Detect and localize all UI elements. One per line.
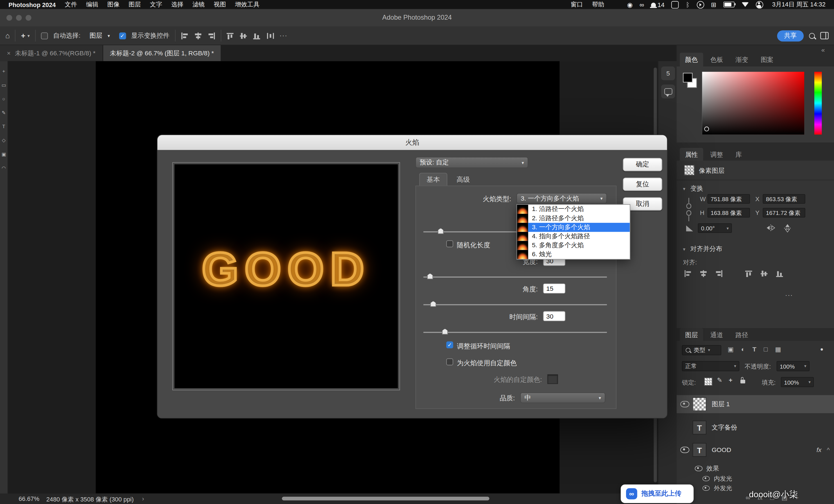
- tab-libraries[interactable]: 库: [730, 148, 747, 162]
- align-bottom-button[interactable]: [253, 32, 261, 39]
- workspace-icon[interactable]: [820, 32, 829, 40]
- align-right-button[interactable]: [207, 32, 215, 39]
- effects-row[interactable]: 效果: [677, 463, 834, 474]
- flame-type-option-4[interactable]: 4. 指向多个火焰路径: [517, 232, 630, 241]
- align-right-button[interactable]: [715, 270, 723, 277]
- height-field[interactable]: 163.88 像素: [707, 208, 750, 217]
- rotation-angle-field[interactable]: 0.00°▾: [698, 223, 732, 233]
- lock-all-icon[interactable]: [741, 380, 745, 384]
- tab-channels[interactable]: 通道: [705, 328, 728, 343]
- layer-filter-type-dropdown[interactable]: 类型 ▾: [682, 345, 721, 355]
- auto-select-checkbox[interactable]: [41, 32, 48, 39]
- align-center-button[interactable]: [194, 32, 202, 39]
- visibility-eye-icon[interactable]: [702, 486, 709, 491]
- tab-paths[interactable]: 路径: [730, 328, 753, 343]
- battery-icon[interactable]: [723, 2, 734, 7]
- shape-tool-icon[interactable]: ◇: [2, 138, 6, 143]
- collapse-panels-icon[interactable]: «: [821, 46, 825, 54]
- flip-vertical-icon[interactable]: [784, 223, 791, 233]
- tab-basic[interactable]: 基本: [419, 173, 447, 187]
- document-tab-1[interactable]: × 未标题-1 @ 66.7%(RGB/8) *: [0, 45, 103, 61]
- collapsed-panel-button-1[interactable]: 5: [661, 67, 675, 80]
- text-layer-thumbnail[interactable]: T: [693, 443, 706, 457]
- close-tab-icon[interactable]: ×: [7, 49, 11, 57]
- flame-type-option-6[interactable]: 6. 烛光: [517, 250, 630, 259]
- upload-button[interactable]: ∞ 拖拽至此上传: [621, 484, 694, 503]
- flame-type-option-3-selected[interactable]: 3. 一个方向多个火焰: [517, 223, 630, 232]
- y-position-field[interactable]: 1671.72 像素: [763, 208, 805, 217]
- menu-edit[interactable]: 编辑: [86, 1, 98, 8]
- preset-dropdown[interactable]: 预设: 自定 ▾: [415, 157, 528, 168]
- flame-type-option-2[interactable]: 2. 沿路径多个火焰: [517, 214, 630, 223]
- share-button[interactable]: 共享: [777, 30, 804, 41]
- link-dimensions-icon[interactable]: [685, 197, 693, 222]
- layer-thumbnail[interactable]: [693, 397, 706, 411]
- tab-adjustments[interactable]: 调整: [705, 148, 728, 162]
- align-top-button[interactable]: [745, 270, 753, 277]
- align-middle-button[interactable]: [761, 270, 769, 277]
- tab-gradients[interactable]: 渐变: [730, 52, 753, 67]
- layer-name[interactable]: 文字备份: [712, 423, 737, 432]
- quality-dropdown[interactable]: 中 ▾: [520, 392, 605, 403]
- type-tool-icon[interactable]: T: [2, 124, 5, 129]
- align-top-button[interactable]: [226, 32, 234, 39]
- user-icon[interactable]: [755, 1, 763, 8]
- layer-row-layer1[interactable]: 图层 1: [677, 395, 834, 413]
- layer-row-text-backup[interactable]: T 文字备份: [677, 419, 834, 437]
- filter-shape-icon[interactable]: □: [764, 346, 768, 353]
- x-position-field[interactable]: 863.53 像素: [763, 194, 805, 204]
- menu-type[interactable]: 文字: [150, 1, 162, 8]
- effect-row-inner-glow[interactable]: 内发光: [677, 474, 834, 483]
- align-center-button[interactable]: [699, 270, 707, 277]
- align-distribute-section-header[interactable]: ▾ 对齐并分布: [683, 245, 722, 254]
- filter-smart-icon[interactable]: ▦: [775, 346, 781, 353]
- ok-button[interactable]: 确定: [623, 158, 662, 171]
- lasso-tool-icon[interactable]: ○: [2, 96, 5, 102]
- layer-name[interactable]: 图层 1: [712, 400, 730, 409]
- layer-row-good[interactable]: T GOOD fx ^: [677, 441, 834, 459]
- menu-window[interactable]: 窗口: [571, 1, 583, 8]
- flame-type-option-5[interactable]: 5. 多角度多个火焰: [517, 241, 630, 250]
- tab-layers[interactable]: 图层: [680, 328, 703, 343]
- frame-tool-icon[interactable]: ▣: [1, 151, 6, 157]
- opacity-dropdown[interactable]: 100%▾: [777, 361, 810, 371]
- show-transform-checkbox[interactable]: ✓: [119, 32, 126, 39]
- visibility-eye-icon[interactable]: [695, 466, 702, 471]
- filter-image-icon[interactable]: ▣: [727, 346, 733, 353]
- align-bottom-button[interactable]: [776, 270, 784, 277]
- bluetooth-icon[interactable]: ᛒ: [686, 1, 690, 8]
- interval-field[interactable]: 30: [543, 311, 566, 321]
- hue-slider[interactable]: [814, 72, 822, 135]
- hand-tool-icon[interactable]: ◠: [2, 166, 6, 171]
- filter-type-icon[interactable]: T: [752, 346, 756, 353]
- menu-view[interactable]: 视图: [214, 1, 226, 8]
- move-tool-icon[interactable]: +: [2, 69, 5, 74]
- use-custom-color-checkbox[interactable]: [446, 358, 453, 366]
- text-layer-thumbnail[interactable]: T: [693, 420, 706, 434]
- tab-color[interactable]: 颜色: [680, 52, 703, 67]
- app-menu[interactable]: Photoshop 2024: [8, 1, 56, 8]
- distribute-button[interactable]: [266, 32, 274, 39]
- more-options-button[interactable]: ···: [280, 32, 287, 40]
- width-field[interactable]: 751.88 像素: [707, 194, 750, 204]
- align-left-button[interactable]: [684, 270, 692, 277]
- align-middle-button[interactable]: [240, 32, 247, 39]
- tab-properties[interactable]: 属性: [680, 148, 703, 162]
- align-left-button[interactable]: [181, 32, 189, 39]
- menu-help[interactable]: 帮助: [592, 1, 605, 8]
- lock-transparent-icon[interactable]: [704, 378, 712, 386]
- flame-preview[interactable]: GOOD: [175, 165, 398, 388]
- flame-type-option-1[interactable]: 1. 沿路径一个火焰: [517, 205, 630, 214]
- transform-section-header[interactable]: ▾ 变换: [683, 184, 703, 193]
- random-length-checkbox[interactable]: [446, 240, 453, 247]
- input-source-icon[interactable]: [672, 1, 679, 8]
- adjust-loop-checkbox[interactable]: ✓: [446, 341, 453, 348]
- tab-advanced[interactable]: 高级: [449, 173, 477, 187]
- horizontal-scrollbar[interactable]: [282, 497, 489, 500]
- filter-adjustment-icon[interactable]: ◐: [741, 346, 745, 353]
- color-picker-marker[interactable]: [704, 127, 709, 131]
- comments-panel-button[interactable]: [661, 85, 675, 98]
- move-tool-preset[interactable]: + ▾: [21, 31, 30, 40]
- visibility-eye-icon[interactable]: [680, 401, 689, 407]
- tab-swatches[interactable]: 色板: [705, 52, 728, 67]
